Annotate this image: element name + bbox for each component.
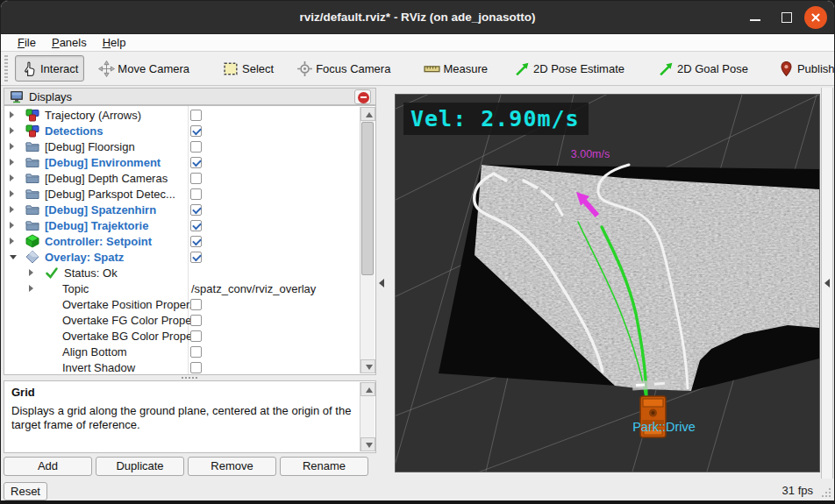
- tool-2d-pose-estimate[interactable]: 2D Pose Estimate: [509, 55, 630, 82]
- tool-select[interactable]: Select: [218, 55, 279, 82]
- remove-button[interactable]: Remove: [188, 457, 276, 476]
- row-checkbox[interactable]: [190, 157, 202, 168]
- tree-row[interactable]: Topic/spatz_conv/rviz_overlay: [4, 280, 375, 296]
- tree-row[interactable]: Overlay: Spatz: [4, 249, 375, 265]
- tool-2d-goal-pose[interactable]: 2D Goal Pose: [653, 55, 753, 82]
- displays-panel-header[interactable]: Displays: [4, 88, 376, 105]
- expand--arrow-icon[interactable]: [10, 206, 14, 213]
- tool-publish-point[interactable]: Publish Point: [773, 55, 835, 82]
- tree-row[interactable]: [Debug] Spatzenhirn: [4, 202, 375, 217]
- tool-measure[interactable]: Measure: [418, 55, 493, 82]
- expand--arrow-icon[interactable]: [10, 190, 14, 197]
- expand--arrow-icon[interactable]: [10, 111, 14, 118]
- expand--arrow-icon[interactable]: [10, 159, 14, 166]
- expand--arrow-icon[interactable]: [10, 143, 14, 150]
- folder-icon: [25, 187, 39, 201]
- row-checkbox[interactable]: [190, 315, 202, 326]
- scroll-up-button[interactable]: [360, 382, 375, 396]
- focus-camera-icon: [296, 60, 313, 77]
- row-checkbox[interactable]: [190, 110, 202, 121]
- tree-row[interactable]: Overtake BG Color Prope...: [4, 328, 375, 344]
- tool-interact[interactable]: Interact: [15, 55, 84, 82]
- row-checkbox[interactable]: [190, 204, 202, 216]
- minimize-button[interactable]: [745, 8, 766, 27]
- collapse-left-handle[interactable]: [377, 276, 386, 290]
- folder-icon: [25, 202, 39, 217]
- tree-row[interactable]: [Debug] Trajektorie: [4, 217, 375, 233]
- scroll-down-button[interactable]: [360, 359, 375, 373]
- row-checkbox[interactable]: [190, 330, 202, 342]
- tree-row[interactable]: [Debug] Depth Cameras: [4, 170, 375, 186]
- menu-panels[interactable]: Panels: [44, 34, 95, 52]
- tree-row[interactable]: Status: Ok: [4, 265, 375, 280]
- row-checkbox[interactable]: [190, 362, 202, 373]
- toolbar-drag-handle[interactable]: [4, 55, 8, 82]
- expand--arrow-icon[interactable]: [10, 222, 14, 229]
- resize-grip[interactable]: [822, 490, 831, 499]
- scroll-up-button[interactable]: [360, 107, 375, 121]
- row-checkbox[interactable]: [190, 252, 202, 263]
- row-checkbox[interactable]: [190, 188, 202, 200]
- expand--arrow-icon[interactable]: [10, 174, 14, 181]
- scrollbar-handle[interactable]: [361, 122, 374, 275]
- expand-collapse-arrow-icon[interactable]: [10, 255, 17, 259]
- titlebar[interactable]: rviz/default.rviz* - RViz (on ade_jonaso…: [1, 1, 834, 34]
- tree-row-label: Invert Shadow: [62, 361, 135, 374]
- row-checkbox[interactable]: [190, 346, 202, 358]
- rename-button[interactable]: Rename: [280, 457, 368, 476]
- expand--arrow-icon[interactable]: [10, 127, 14, 134]
- toolbar: InteractMove CameraSelectFocus CameraMea…: [1, 52, 834, 86]
- tree-row[interactable]: [Debug] Environment: [4, 154, 375, 170]
- panel-close-button[interactable]: [354, 89, 371, 104]
- tree-row[interactable]: Invert Shadow: [4, 359, 375, 375]
- green-cube-icon: [25, 234, 39, 248]
- menu-file[interactable]: File: [10, 34, 44, 52]
- row-checkbox[interactable]: [190, 173, 202, 184]
- tool-move-camera[interactable]: Move Camera: [93, 55, 195, 82]
- rviz-window: rviz/default.rviz* - RViz (on ade_jonaso…: [0, 0, 835, 504]
- tree-row-label: [Debug] Floorsign: [45, 140, 135, 153]
- add-button[interactable]: Add: [4, 457, 92, 476]
- tree-scrollbar[interactable]: [360, 107, 375, 373]
- close-button[interactable]: [804, 6, 827, 29]
- expand--arrow-icon[interactable]: [29, 285, 33, 292]
- tree-row-label: [Debug] Parkspot Detec...: [45, 188, 175, 201]
- expand--arrow-icon[interactable]: [10, 238, 14, 245]
- row-checkbox[interactable]: [190, 236, 202, 247]
- maximize-button[interactable]: [776, 8, 797, 27]
- velocity-overlay: Vel: 2.90m/s: [403, 103, 589, 135]
- tool-focus-camera[interactable]: Focus Camera: [291, 55, 396, 82]
- row-checkbox[interactable]: [190, 220, 202, 231]
- measure-icon: [424, 60, 440, 77]
- scroll-down-button[interactable]: [360, 437, 375, 451]
- row-checkbox[interactable]: [190, 299, 202, 310]
- tree-row-label: Controller: Setpoint: [45, 235, 152, 248]
- row-checkbox[interactable]: [190, 141, 202, 153]
- help-text: Displays a grid along the ground plane, …: [11, 404, 352, 431]
- cubes-icon: [25, 108, 39, 122]
- tree-row[interactable]: Overtake FG Color Prope...: [4, 312, 375, 328]
- tree-row[interactable]: Detections: [4, 123, 375, 138]
- tree-row[interactable]: [Debug] Floorsign: [4, 138, 375, 154]
- tree-row[interactable]: Controller: Setpoint: [4, 233, 375, 249]
- tree-row[interactable]: [Debug] Parkspot Detec...: [4, 186, 375, 202]
- expand--arrow-icon[interactable]: [29, 269, 33, 276]
- tree-row[interactable]: Align Bottom: [4, 344, 375, 359]
- duplicate-button[interactable]: Duplicate: [96, 457, 184, 476]
- row-checkbox[interactable]: [190, 125, 202, 137]
- collapse-right-handle[interactable]: [823, 276, 831, 290]
- tool-label: Interact: [40, 62, 78, 75]
- help-scrollbar[interactable]: [360, 382, 375, 451]
- folder-icon: [25, 171, 39, 185]
- cubes-icon: [25, 124, 39, 138]
- tree-row[interactable]: Trajectory (Arrows): [4, 107, 375, 123]
- reset-button[interactable]: Reset: [4, 482, 47, 500]
- menu-help[interactable]: Help: [95, 34, 134, 52]
- render-viewport[interactable]: 3.00m/s Park::Drive Vel: 2.90m/s: [396, 95, 819, 472]
- tool-label: Move Camera: [118, 62, 189, 75]
- select-icon: [223, 60, 239, 77]
- render-scene: 3.00m/s Park::Drive: [396, 95, 819, 472]
- tree-row[interactable]: Overtake Position Proper...: [4, 296, 375, 312]
- collapsed-side-panel[interactable]: [821, 88, 833, 479]
- help-title: Grid: [11, 386, 35, 399]
